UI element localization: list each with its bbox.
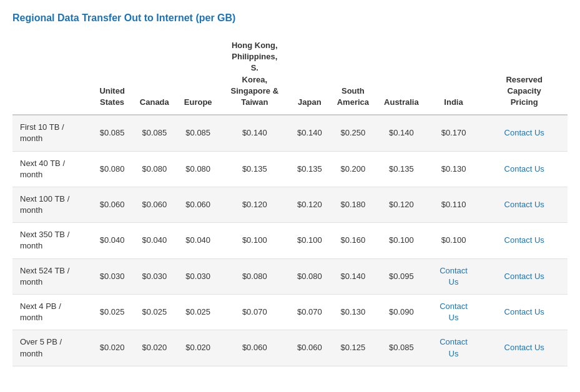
contact-us-link[interactable]: Contact Us [504, 200, 544, 209]
cell-tier: Next 100 TB /month [12, 187, 92, 222]
cell-southamerica: $0.180 [330, 187, 376, 222]
cell-southamerica: $0.250 [330, 115, 376, 151]
table-row: Next 100 TB /month$0.060$0.060$0.060$0.1… [12, 187, 568, 222]
col-header-canada: Canada [132, 34, 177, 115]
cell-japan: $0.100 [290, 223, 330, 258]
cell-hongkong: $0.060 [220, 330, 290, 366]
cell-australia: $0.095 [376, 258, 426, 294]
cell-reserved[interactable]: Contact Us [481, 151, 568, 187]
cell-japan: $0.080 [290, 258, 330, 294]
col-header-reserved: Reserved CapacityPricing [481, 34, 568, 115]
cell-reserved[interactable]: Contact Us [481, 330, 568, 366]
col-header-us: UnitedStates [92, 34, 132, 115]
cell-europe: $0.020 [177, 330, 220, 366]
table-row: Next 524 TB /month$0.030$0.030$0.030$0.0… [12, 258, 568, 294]
contact-us-link[interactable]: Contact Us [504, 128, 544, 137]
table-row: Next 4 PB / month$0.025$0.025$0.025$0.07… [12, 295, 568, 330]
contact-us-link[interactable]: Contact Us [504, 235, 544, 245]
cell-canada: $0.080 [132, 151, 177, 187]
cell-hongkong: $0.100 [220, 223, 290, 258]
cell-canada: $0.020 [132, 330, 177, 366]
cell-us: $0.020 [92, 330, 132, 366]
pricing-table: UnitedStatesCanadaEuropeHong Kong,Philip… [12, 34, 568, 366]
cell-canada: $0.040 [132, 223, 177, 258]
cell-us: $0.085 [92, 115, 132, 151]
cell-australia: $0.120 [376, 187, 426, 222]
col-header-southamerica: SouthAmerica [330, 34, 376, 115]
cell-europe: $0.040 [177, 223, 220, 258]
cell-australia: $0.090 [376, 295, 426, 330]
cell-tier: Next 350 TB /month [12, 223, 92, 258]
cell-india: $0.170 [426, 115, 481, 151]
cell-southamerica: $0.140 [330, 258, 376, 294]
cell-hongkong: $0.135 [220, 151, 290, 187]
contact-us-link[interactable]: Contact Us [440, 337, 468, 358]
col-header-hongkong: Hong Kong,Philippines, S.Korea,Singapore… [220, 34, 290, 115]
cell-japan: $0.060 [290, 330, 330, 366]
page-title: Regional Data Transfer Out to Internet (… [12, 12, 568, 24]
contact-us-link[interactable]: Contact Us [440, 266, 468, 287]
cell-southamerica: $0.130 [330, 295, 376, 330]
cell-europe: $0.025 [177, 295, 220, 330]
col-header-tier [12, 34, 92, 115]
cell-japan: $0.140 [290, 115, 330, 151]
cell-japan: $0.120 [290, 187, 330, 222]
cell-australia: $0.085 [376, 330, 426, 366]
cell-us: $0.080 [92, 151, 132, 187]
cell-europe: $0.060 [177, 187, 220, 222]
cell-us: $0.025 [92, 295, 132, 330]
contact-us-link[interactable]: Contact Us [504, 164, 544, 174]
cell-reserved[interactable]: Contact Us [481, 115, 568, 151]
cell-india[interactable]: Contact Us [426, 258, 481, 294]
col-header-india: India [426, 34, 481, 115]
cell-tier: Over 5 PB /month [12, 330, 92, 366]
col-header-japan: Japan [290, 34, 330, 115]
table-row: Over 5 PB /month$0.020$0.020$0.020$0.060… [12, 330, 568, 366]
cell-southamerica: $0.125 [330, 330, 376, 366]
cell-hongkong: $0.140 [220, 115, 290, 151]
cell-reserved[interactable]: Contact Us [481, 258, 568, 294]
cell-europe: $0.030 [177, 258, 220, 294]
cell-europe: $0.085 [177, 115, 220, 151]
cell-india[interactable]: Contact Us [426, 330, 481, 366]
col-header-europe: Europe [177, 34, 220, 115]
cell-us: $0.060 [92, 187, 132, 222]
cell-tier: First 10 TB /month [12, 115, 92, 151]
cell-canada: $0.085 [132, 115, 177, 151]
cell-india: $0.110 [426, 187, 481, 222]
cell-india[interactable]: Contact Us [426, 295, 481, 330]
cell-hongkong: $0.080 [220, 258, 290, 294]
cell-europe: $0.080 [177, 151, 220, 187]
table-row: Next 350 TB /month$0.040$0.040$0.040$0.1… [12, 223, 568, 258]
cell-tier: Next 524 TB /month [12, 258, 92, 294]
table-row: Next 40 TB /month$0.080$0.080$0.080$0.13… [12, 151, 568, 187]
contact-us-link[interactable]: Contact Us [504, 343, 544, 352]
cell-australia: $0.140 [376, 115, 426, 151]
cell-reserved[interactable]: Contact Us [481, 295, 568, 330]
cell-tier: Next 4 PB / month [12, 295, 92, 330]
cell-india: $0.100 [426, 223, 481, 258]
cell-reserved[interactable]: Contact Us [481, 223, 568, 258]
cell-us: $0.030 [92, 258, 132, 294]
contact-us-link[interactable]: Contact Us [504, 307, 544, 316]
contact-us-link[interactable]: Contact Us [440, 301, 468, 322]
cell-tier: Next 40 TB /month [12, 151, 92, 187]
cell-reserved[interactable]: Contact Us [481, 187, 568, 222]
table-row: First 10 TB /month$0.085$0.085$0.085$0.1… [12, 115, 568, 151]
col-header-australia: Australia [376, 34, 426, 115]
cell-canada: $0.030 [132, 258, 177, 294]
cell-india: $0.130 [426, 151, 481, 187]
cell-hongkong: $0.120 [220, 187, 290, 222]
cell-australia: $0.100 [376, 223, 426, 258]
cell-hongkong: $0.070 [220, 295, 290, 330]
cell-southamerica: $0.200 [330, 151, 376, 187]
cell-australia: $0.135 [376, 151, 426, 187]
contact-us-link[interactable]: Contact Us [504, 272, 544, 281]
cell-canada: $0.060 [132, 187, 177, 222]
cell-japan: $0.070 [290, 295, 330, 330]
cell-southamerica: $0.160 [330, 223, 376, 258]
cell-japan: $0.135 [290, 151, 330, 187]
cell-us: $0.040 [92, 223, 132, 258]
cell-canada: $0.025 [132, 295, 177, 330]
